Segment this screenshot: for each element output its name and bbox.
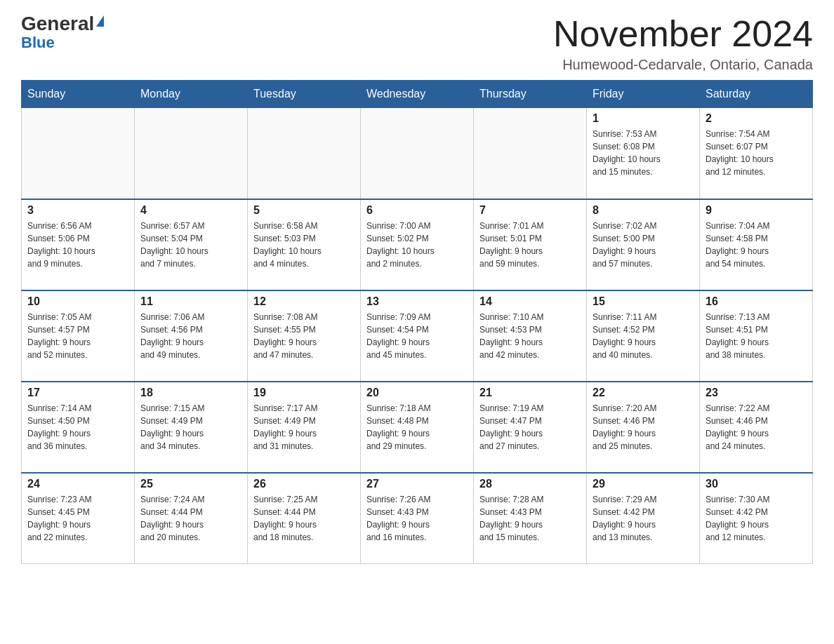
calendar-table: SundayMondayTuesdayWednesdayThursdayFrid…	[21, 80, 813, 564]
day-info: Sunrise: 6:58 AM Sunset: 5:03 PM Dayligh…	[253, 220, 355, 270]
day-number: 1	[593, 112, 694, 125]
calendar-cell: 27Sunrise: 7:26 AM Sunset: 4:43 PM Dayli…	[361, 473, 474, 564]
day-info: Sunrise: 7:08 AM Sunset: 4:55 PM Dayligh…	[253, 311, 355, 361]
day-number: 23	[706, 387, 807, 399]
day-number: 17	[27, 387, 128, 399]
day-info: Sunrise: 7:18 AM Sunset: 4:48 PM Dayligh…	[366, 402, 468, 452]
day-number: 24	[27, 478, 128, 490]
day-number: 27	[366, 478, 468, 490]
day-number: 28	[479, 478, 581, 490]
day-info: Sunrise: 7:30 AM Sunset: 4:42 PM Dayligh…	[706, 493, 807, 544]
day-info: Sunrise: 7:06 AM Sunset: 4:56 PM Dayligh…	[140, 311, 241, 361]
day-info: Sunrise: 7:20 AM Sunset: 4:46 PM Dayligh…	[593, 402, 694, 452]
calendar-cell: 6Sunrise: 7:00 AM Sunset: 5:02 PM Daylig…	[361, 199, 474, 290]
weekday-header-row: SundayMondayTuesdayWednesdayThursdayFrid…	[22, 81, 813, 108]
weekday-header-sunday: Sunday	[22, 81, 135, 108]
day-info: Sunrise: 7:17 AM Sunset: 4:49 PM Dayligh…	[253, 402, 355, 452]
calendar-cell: 13Sunrise: 7:09 AM Sunset: 4:54 PM Dayli…	[361, 290, 474, 382]
title-area: November 2024 Humewood-Cedarvale, Ontari…	[553, 14, 813, 73]
calendar-cell: 3Sunrise: 6:56 AM Sunset: 5:06 PM Daylig…	[22, 199, 135, 290]
day-info: Sunrise: 7:01 AM Sunset: 5:01 PM Dayligh…	[479, 220, 581, 270]
calendar-cell: 22Sunrise: 7:20 AM Sunset: 4:46 PM Dayli…	[587, 382, 700, 473]
calendar-cell	[135, 108, 248, 199]
location-subtitle: Humewood-Cedarvale, Ontario, Canada	[553, 57, 813, 73]
day-info: Sunrise: 7:00 AM Sunset: 5:02 PM Dayligh…	[366, 220, 468, 270]
day-number: 21	[479, 387, 581, 399]
day-number: 26	[253, 478, 355, 490]
day-number: 2	[706, 112, 807, 125]
day-info: Sunrise: 7:22 AM Sunset: 4:46 PM Dayligh…	[706, 402, 807, 452]
week-row-2: 3Sunrise: 6:56 AM Sunset: 5:06 PM Daylig…	[22, 199, 813, 290]
day-number: 12	[253, 295, 355, 308]
calendar-cell: 9Sunrise: 7:04 AM Sunset: 4:58 PM Daylig…	[700, 199, 813, 290]
day-info: Sunrise: 7:19 AM Sunset: 4:47 PM Dayligh…	[479, 402, 581, 452]
week-row-5: 24Sunrise: 7:23 AM Sunset: 4:45 PM Dayli…	[22, 473, 813, 564]
day-info: Sunrise: 7:24 AM Sunset: 4:44 PM Dayligh…	[140, 493, 241, 544]
logo-triangle-icon	[96, 15, 104, 27]
calendar-cell: 25Sunrise: 7:24 AM Sunset: 4:44 PM Dayli…	[135, 473, 248, 564]
day-number: 6	[366, 204, 468, 217]
month-title: November 2024	[553, 14, 813, 54]
calendar-cell: 10Sunrise: 7:05 AM Sunset: 4:57 PM Dayli…	[22, 290, 135, 382]
weekday-header-monday: Monday	[135, 81, 248, 108]
day-number: 4	[140, 204, 241, 217]
day-info: Sunrise: 7:54 AM Sunset: 6:07 PM Dayligh…	[706, 128, 807, 178]
calendar-cell: 30Sunrise: 7:30 AM Sunset: 4:42 PM Dayli…	[700, 473, 813, 564]
day-number: 25	[140, 478, 241, 490]
day-info: Sunrise: 6:57 AM Sunset: 5:04 PM Dayligh…	[140, 220, 241, 270]
logo: General Blue	[21, 14, 104, 52]
calendar-cell: 26Sunrise: 7:25 AM Sunset: 4:44 PM Dayli…	[248, 473, 361, 564]
calendar-cell: 17Sunrise: 7:14 AM Sunset: 4:50 PM Dayli…	[22, 382, 135, 473]
day-number: 16	[706, 295, 807, 308]
calendar-cell	[361, 108, 474, 199]
day-number: 7	[479, 204, 581, 217]
calendar-cell	[248, 108, 361, 199]
calendar-cell: 8Sunrise: 7:02 AM Sunset: 5:00 PM Daylig…	[587, 199, 700, 290]
calendar-cell: 21Sunrise: 7:19 AM Sunset: 4:47 PM Dayli…	[474, 382, 587, 473]
day-info: Sunrise: 7:02 AM Sunset: 5:00 PM Dayligh…	[593, 220, 694, 270]
day-number: 3	[27, 204, 128, 217]
day-info: Sunrise: 7:04 AM Sunset: 4:58 PM Dayligh…	[706, 220, 807, 270]
day-info: Sunrise: 7:23 AM Sunset: 4:45 PM Dayligh…	[27, 493, 128, 544]
day-number: 5	[253, 204, 355, 217]
calendar-cell: 23Sunrise: 7:22 AM Sunset: 4:46 PM Dayli…	[700, 382, 813, 473]
calendar-cell: 7Sunrise: 7:01 AM Sunset: 5:01 PM Daylig…	[474, 199, 587, 290]
calendar-cell	[474, 108, 587, 199]
day-number: 18	[140, 387, 241, 399]
calendar-cell: 12Sunrise: 7:08 AM Sunset: 4:55 PM Dayli…	[248, 290, 361, 382]
day-info: Sunrise: 7:29 AM Sunset: 4:42 PM Dayligh…	[593, 493, 694, 544]
page-header: General Blue November 2024 Humewood-Ceda…	[21, 14, 813, 73]
day-number: 15	[593, 295, 694, 308]
calendar-cell	[22, 108, 135, 199]
day-number: 20	[366, 387, 468, 399]
calendar-cell: 29Sunrise: 7:29 AM Sunset: 4:42 PM Dayli…	[587, 473, 700, 564]
logo-blue: Blue	[21, 34, 55, 52]
day-number: 10	[27, 295, 128, 308]
weekday-header-thursday: Thursday	[474, 81, 587, 108]
weekday-header-tuesday: Tuesday	[248, 81, 361, 108]
calendar-cell: 24Sunrise: 7:23 AM Sunset: 4:45 PM Dayli…	[22, 473, 135, 564]
calendar-cell: 18Sunrise: 7:15 AM Sunset: 4:49 PM Dayli…	[135, 382, 248, 473]
weekday-header-saturday: Saturday	[700, 81, 813, 108]
calendar-cell: 20Sunrise: 7:18 AM Sunset: 4:48 PM Dayli…	[361, 382, 474, 473]
day-info: Sunrise: 7:11 AM Sunset: 4:52 PM Dayligh…	[593, 311, 694, 361]
calendar-cell: 19Sunrise: 7:17 AM Sunset: 4:49 PM Dayli…	[248, 382, 361, 473]
day-number: 11	[140, 295, 241, 308]
day-info: Sunrise: 7:28 AM Sunset: 4:43 PM Dayligh…	[479, 493, 581, 544]
calendar-cell: 5Sunrise: 6:58 AM Sunset: 5:03 PM Daylig…	[248, 199, 361, 290]
logo-general: General	[21, 14, 94, 34]
day-number: 22	[593, 387, 694, 399]
day-info: Sunrise: 6:56 AM Sunset: 5:06 PM Dayligh…	[27, 220, 128, 270]
day-number: 30	[706, 478, 807, 490]
day-number: 14	[479, 295, 581, 308]
day-number: 9	[706, 204, 807, 217]
calendar-cell: 11Sunrise: 7:06 AM Sunset: 4:56 PM Dayli…	[135, 290, 248, 382]
day-number: 29	[593, 478, 694, 490]
calendar-cell: 1Sunrise: 7:53 AM Sunset: 6:08 PM Daylig…	[587, 108, 700, 199]
day-number: 19	[253, 387, 355, 399]
day-info: Sunrise: 7:25 AM Sunset: 4:44 PM Dayligh…	[253, 493, 355, 544]
weekday-header-friday: Friday	[587, 81, 700, 108]
day-info: Sunrise: 7:15 AM Sunset: 4:49 PM Dayligh…	[140, 402, 241, 452]
day-info: Sunrise: 7:09 AM Sunset: 4:54 PM Dayligh…	[366, 311, 468, 361]
calendar-cell: 4Sunrise: 6:57 AM Sunset: 5:04 PM Daylig…	[135, 199, 248, 290]
